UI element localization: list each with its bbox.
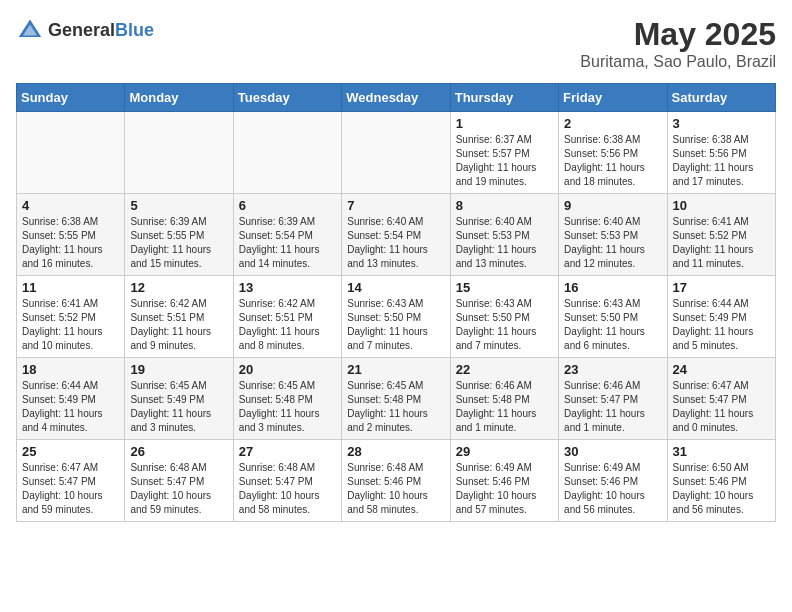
day-number: 3	[673, 116, 770, 131]
day-detail: Sunrise: 6:38 AMSunset: 5:56 PMDaylight:…	[564, 133, 661, 189]
day-detail: Sunrise: 6:48 AMSunset: 5:47 PMDaylight:…	[239, 461, 336, 517]
calendar-day-cell: 27Sunrise: 6:48 AMSunset: 5:47 PMDayligh…	[233, 440, 341, 522]
day-detail: Sunrise: 6:37 AMSunset: 5:57 PMDaylight:…	[456, 133, 553, 189]
day-number: 5	[130, 198, 227, 213]
calendar-day-cell: 6Sunrise: 6:39 AMSunset: 5:54 PMDaylight…	[233, 194, 341, 276]
day-detail: Sunrise: 6:45 AMSunset: 5:48 PMDaylight:…	[347, 379, 444, 435]
calendar-day-cell: 30Sunrise: 6:49 AMSunset: 5:46 PMDayligh…	[559, 440, 667, 522]
calendar-day-cell: 28Sunrise: 6:48 AMSunset: 5:46 PMDayligh…	[342, 440, 450, 522]
calendar-day-cell: 19Sunrise: 6:45 AMSunset: 5:49 PMDayligh…	[125, 358, 233, 440]
calendar-day-cell: 5Sunrise: 6:39 AMSunset: 5:55 PMDaylight…	[125, 194, 233, 276]
day-detail: Sunrise: 6:39 AMSunset: 5:54 PMDaylight:…	[239, 215, 336, 271]
day-number: 10	[673, 198, 770, 213]
day-number: 13	[239, 280, 336, 295]
day-number: 1	[456, 116, 553, 131]
calendar-day-cell: 1Sunrise: 6:37 AMSunset: 5:57 PMDaylight…	[450, 112, 558, 194]
calendar-day-cell: 2Sunrise: 6:38 AMSunset: 5:56 PMDaylight…	[559, 112, 667, 194]
calendar-day-cell: 25Sunrise: 6:47 AMSunset: 5:47 PMDayligh…	[17, 440, 125, 522]
day-number: 26	[130, 444, 227, 459]
day-number: 31	[673, 444, 770, 459]
day-detail: Sunrise: 6:40 AMSunset: 5:53 PMDaylight:…	[564, 215, 661, 271]
calendar-day-cell: 23Sunrise: 6:46 AMSunset: 5:47 PMDayligh…	[559, 358, 667, 440]
calendar-day-cell	[342, 112, 450, 194]
day-number: 29	[456, 444, 553, 459]
day-number: 2	[564, 116, 661, 131]
day-detail: Sunrise: 6:44 AMSunset: 5:49 PMDaylight:…	[673, 297, 770, 353]
day-detail: Sunrise: 6:48 AMSunset: 5:46 PMDaylight:…	[347, 461, 444, 517]
calendar-day-cell: 11Sunrise: 6:41 AMSunset: 5:52 PMDayligh…	[17, 276, 125, 358]
calendar-day-cell: 15Sunrise: 6:43 AMSunset: 5:50 PMDayligh…	[450, 276, 558, 358]
calendar-day-cell: 20Sunrise: 6:45 AMSunset: 5:48 PMDayligh…	[233, 358, 341, 440]
day-number: 9	[564, 198, 661, 213]
calendar-day-cell: 13Sunrise: 6:42 AMSunset: 5:51 PMDayligh…	[233, 276, 341, 358]
logo-blue-text: Blue	[115, 20, 154, 40]
calendar-day-cell: 26Sunrise: 6:48 AMSunset: 5:47 PMDayligh…	[125, 440, 233, 522]
day-number: 4	[22, 198, 119, 213]
day-detail: Sunrise: 6:47 AMSunset: 5:47 PMDaylight:…	[673, 379, 770, 435]
calendar-day-cell: 9Sunrise: 6:40 AMSunset: 5:53 PMDaylight…	[559, 194, 667, 276]
logo-general-text: General	[48, 20, 115, 40]
day-detail: Sunrise: 6:46 AMSunset: 5:48 PMDaylight:…	[456, 379, 553, 435]
calendar-day-cell: 29Sunrise: 6:49 AMSunset: 5:46 PMDayligh…	[450, 440, 558, 522]
day-number: 30	[564, 444, 661, 459]
day-detail: Sunrise: 6:43 AMSunset: 5:50 PMDaylight:…	[347, 297, 444, 353]
logo-icon	[16, 16, 44, 44]
calendar-week-row: 25Sunrise: 6:47 AMSunset: 5:47 PMDayligh…	[17, 440, 776, 522]
day-number: 6	[239, 198, 336, 213]
day-number: 25	[22, 444, 119, 459]
calendar-week-row: 11Sunrise: 6:41 AMSunset: 5:52 PMDayligh…	[17, 276, 776, 358]
weekday-header-cell: Monday	[125, 84, 233, 112]
day-detail: Sunrise: 6:43 AMSunset: 5:50 PMDaylight:…	[564, 297, 661, 353]
day-number: 17	[673, 280, 770, 295]
day-number: 18	[22, 362, 119, 377]
day-number: 22	[456, 362, 553, 377]
calendar-day-cell: 24Sunrise: 6:47 AMSunset: 5:47 PMDayligh…	[667, 358, 775, 440]
day-detail: Sunrise: 6:44 AMSunset: 5:49 PMDaylight:…	[22, 379, 119, 435]
day-number: 12	[130, 280, 227, 295]
weekday-header-cell: Saturday	[667, 84, 775, 112]
day-number: 24	[673, 362, 770, 377]
day-detail: Sunrise: 6:48 AMSunset: 5:47 PMDaylight:…	[130, 461, 227, 517]
calendar-day-cell: 31Sunrise: 6:50 AMSunset: 5:46 PMDayligh…	[667, 440, 775, 522]
page-header: GeneralBlue May 2025 Buritama, Sao Paulo…	[16, 16, 776, 71]
day-number: 20	[239, 362, 336, 377]
calendar-day-cell: 17Sunrise: 6:44 AMSunset: 5:49 PMDayligh…	[667, 276, 775, 358]
day-detail: Sunrise: 6:46 AMSunset: 5:47 PMDaylight:…	[564, 379, 661, 435]
calendar-body: 1Sunrise: 6:37 AMSunset: 5:57 PMDaylight…	[17, 112, 776, 522]
calendar-day-cell	[17, 112, 125, 194]
day-detail: Sunrise: 6:41 AMSunset: 5:52 PMDaylight:…	[673, 215, 770, 271]
day-detail: Sunrise: 6:38 AMSunset: 5:56 PMDaylight:…	[673, 133, 770, 189]
day-detail: Sunrise: 6:43 AMSunset: 5:50 PMDaylight:…	[456, 297, 553, 353]
day-detail: Sunrise: 6:39 AMSunset: 5:55 PMDaylight:…	[130, 215, 227, 271]
title-block: May 2025 Buritama, Sao Paulo, Brazil	[580, 16, 776, 71]
day-number: 14	[347, 280, 444, 295]
weekday-header-cell: Friday	[559, 84, 667, 112]
day-detail: Sunrise: 6:42 AMSunset: 5:51 PMDaylight:…	[130, 297, 227, 353]
month-title: May 2025	[580, 16, 776, 53]
day-number: 7	[347, 198, 444, 213]
day-number: 27	[239, 444, 336, 459]
day-detail: Sunrise: 6:47 AMSunset: 5:47 PMDaylight:…	[22, 461, 119, 517]
day-detail: Sunrise: 6:45 AMSunset: 5:49 PMDaylight:…	[130, 379, 227, 435]
calendar-week-row: 1Sunrise: 6:37 AMSunset: 5:57 PMDaylight…	[17, 112, 776, 194]
day-number: 23	[564, 362, 661, 377]
day-number: 11	[22, 280, 119, 295]
weekday-header-cell: Tuesday	[233, 84, 341, 112]
day-number: 16	[564, 280, 661, 295]
calendar-day-cell: 18Sunrise: 6:44 AMSunset: 5:49 PMDayligh…	[17, 358, 125, 440]
day-detail: Sunrise: 6:38 AMSunset: 5:55 PMDaylight:…	[22, 215, 119, 271]
day-detail: Sunrise: 6:49 AMSunset: 5:46 PMDaylight:…	[564, 461, 661, 517]
calendar-day-cell: 8Sunrise: 6:40 AMSunset: 5:53 PMDaylight…	[450, 194, 558, 276]
calendar-day-cell: 4Sunrise: 6:38 AMSunset: 5:55 PMDaylight…	[17, 194, 125, 276]
calendar-table: SundayMondayTuesdayWednesdayThursdayFrid…	[16, 83, 776, 522]
day-detail: Sunrise: 6:49 AMSunset: 5:46 PMDaylight:…	[456, 461, 553, 517]
day-detail: Sunrise: 6:40 AMSunset: 5:53 PMDaylight:…	[456, 215, 553, 271]
day-number: 15	[456, 280, 553, 295]
calendar-day-cell: 22Sunrise: 6:46 AMSunset: 5:48 PMDayligh…	[450, 358, 558, 440]
location-title: Buritama, Sao Paulo, Brazil	[580, 53, 776, 71]
weekday-header-cell: Sunday	[17, 84, 125, 112]
weekday-header-row: SundayMondayTuesdayWednesdayThursdayFrid…	[17, 84, 776, 112]
day-number: 19	[130, 362, 227, 377]
calendar-day-cell: 3Sunrise: 6:38 AMSunset: 5:56 PMDaylight…	[667, 112, 775, 194]
calendar-day-cell: 14Sunrise: 6:43 AMSunset: 5:50 PMDayligh…	[342, 276, 450, 358]
